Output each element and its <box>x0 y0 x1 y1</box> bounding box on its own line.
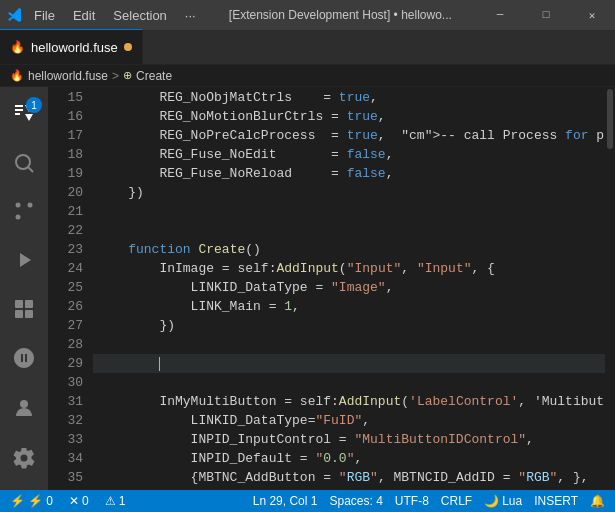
svg-line-1 <box>29 168 33 172</box>
activity-remote[interactable] <box>0 334 48 382</box>
status-errors[interactable]: ✕ 0 <box>63 490 95 512</box>
code-line-31: InMyMultiButton = self:AddInput('LabelCo… <box>93 392 605 411</box>
vscode-icon <box>6 6 24 24</box>
code-line-27: }) <box>93 316 605 335</box>
code-line-16: REG_NoMotionBlurCtrls = true, <box>93 107 605 126</box>
scrollbar-thumb[interactable] <box>607 89 613 149</box>
window-controls: ─ □ ✕ <box>477 0 615 30</box>
status-position[interactable]: Ln 29, Col 1 <box>247 490 324 512</box>
activity-bottom <box>0 334 48 490</box>
svg-rect-8 <box>25 310 33 318</box>
code-line-35: {MBTNC_AddButton = "RGB", MBTNCID_AddID … <box>93 468 605 487</box>
svg-rect-5 <box>15 300 23 308</box>
status-language-text: Lua <box>502 494 522 508</box>
scrollbar[interactable] <box>605 87 615 490</box>
code-line-25: LINKID_DataType = "Image", <box>93 278 605 297</box>
code-line-34: INPID_Default = "0.0", <box>93 449 605 468</box>
remote-icon: ⚡ <box>10 494 25 508</box>
activity-bar: 1 <box>0 87 48 490</box>
status-bar: ⚡ ⚡ 0 ✕ 0 ⚠ 1 Ln 29, Col 1 Spaces: 4 UTF… <box>0 490 615 512</box>
status-spaces-text: Spaces: 4 <box>329 494 382 508</box>
status-encoding-text: UTF-8 <box>395 494 429 508</box>
status-line-ending[interactable]: CRLF <box>435 490 478 512</box>
activity-extensions[interactable] <box>0 285 48 332</box>
title-bar-left: File Edit Selection ··· <box>0 6 204 25</box>
status-mode[interactable]: INSERT <box>528 490 584 512</box>
code-line-26: LINK_Main = 1, <box>93 297 605 316</box>
editor: 1516171819202122232425262728293031323334… <box>48 87 615 490</box>
code-line-20: }) <box>93 183 605 202</box>
status-language[interactable]: 🌙 Lua <box>478 490 528 512</box>
breadcrumb-file[interactable]: helloworld.fuse <box>28 69 108 83</box>
status-position-text: Ln 29, Col 1 <box>253 494 318 508</box>
svg-point-9 <box>20 400 28 408</box>
code-line-19: REG_Fuse_NoReload = false, <box>93 164 605 183</box>
maximize-button[interactable]: □ <box>523 0 569 30</box>
tab-fuse-icon: 🔥 <box>10 40 25 54</box>
error-icon: ✕ <box>69 494 79 508</box>
tab-filename: helloworld.fuse <box>31 40 118 55</box>
activity-source-control[interactable] <box>0 188 48 235</box>
activity-settings[interactable] <box>0 434 48 482</box>
warning-icon: ⚠ <box>105 494 116 508</box>
svg-rect-6 <box>25 300 33 308</box>
status-line-ending-text: CRLF <box>441 494 472 508</box>
main-area: 1 1516171819202122232425262 <box>0 87 615 490</box>
svg-point-4 <box>16 215 21 220</box>
status-remote-text: ⚡ 0 <box>28 494 53 508</box>
code-line-24: InImage = self:AddInput("Input", "Input"… <box>93 259 605 278</box>
code-line-23: function Create() <box>93 240 605 259</box>
code-line-18: REG_Fuse_NoEdit = false, <box>93 145 605 164</box>
code-area[interactable]: 1516171819202122232425262728293031323334… <box>48 87 615 490</box>
title-bar: File Edit Selection ··· [Extension Devel… <box>0 0 615 30</box>
tab-helloworld[interactable]: 🔥 helloworld.fuse <box>0 29 143 64</box>
menu-file[interactable]: File <box>26 6 63 25</box>
status-right: Ln 29, Col 1 Spaces: 4 UTF-8 CRLF 🌙 Lua … <box>247 490 611 512</box>
svg-point-0 <box>16 155 30 169</box>
activity-search[interactable] <box>0 140 48 187</box>
breadcrumb-separator: > <box>112 69 119 83</box>
tab-bar: 🔥 helloworld.fuse <box>0 30 615 65</box>
tab-modified-dot <box>124 43 132 51</box>
code-line-28 <box>93 335 605 354</box>
code-line-17: REG_NoPreCalcProcess = true, "cm">-- cal… <box>93 126 605 145</box>
close-button[interactable]: ✕ <box>569 0 615 30</box>
svg-rect-7 <box>15 310 23 318</box>
code-line-30 <box>93 373 605 392</box>
activity-badge: 1 <box>26 97 42 113</box>
status-mode-text: INSERT <box>534 494 578 508</box>
window-title: [Extension Development Host] • hellowo..… <box>204 8 477 22</box>
activity-explorer[interactable]: 1 <box>0 91 48 138</box>
status-notifications[interactable]: 🔔 <box>584 490 611 512</box>
code-line-22 <box>93 221 605 240</box>
svg-point-2 <box>16 203 21 208</box>
status-warning-count: 1 <box>119 494 126 508</box>
svg-point-3 <box>28 203 33 208</box>
code-line-21 <box>93 202 605 221</box>
status-remote[interactable]: ⚡ ⚡ 0 <box>4 490 59 512</box>
status-error-count: 0 <box>82 494 89 508</box>
bell-icon: 🔔 <box>590 494 605 508</box>
menu-edit[interactable]: Edit <box>65 6 103 25</box>
status-encoding[interactable]: UTF-8 <box>389 490 435 512</box>
status-warnings[interactable]: ⚠ 1 <box>99 490 132 512</box>
menu-selection[interactable]: Selection <box>105 6 174 25</box>
breadcrumb-section[interactable]: Create <box>136 69 172 83</box>
breadcrumb-icon: 🔥 <box>10 69 24 82</box>
breadcrumb: 🔥 helloworld.fuse > ⊕ Create <box>0 65 615 87</box>
code-line-15: REG_NoObjMatCtrls = true, <box>93 88 605 107</box>
code-line-33: INPID_InputControl = "MultiButtonIDContr… <box>93 430 605 449</box>
code-line-32: LINKID_DataType="FuID", <box>93 411 605 430</box>
activity-run[interactable] <box>0 237 48 284</box>
code-line-29 <box>93 354 605 373</box>
breadcrumb-section-icon: ⊕ <box>123 69 132 82</box>
status-language-icon: 🌙 <box>484 494 499 508</box>
minimize-button[interactable]: ─ <box>477 0 523 30</box>
code-content[interactable]: REG_NoObjMatCtrls = true, REG_NoMotionBl… <box>93 87 605 490</box>
menu-more[interactable]: ··· <box>177 6 204 25</box>
status-spaces[interactable]: Spaces: 4 <box>323 490 388 512</box>
activity-account[interactable] <box>0 384 48 432</box>
line-numbers: 1516171819202122232425262728293031323334… <box>48 87 93 490</box>
